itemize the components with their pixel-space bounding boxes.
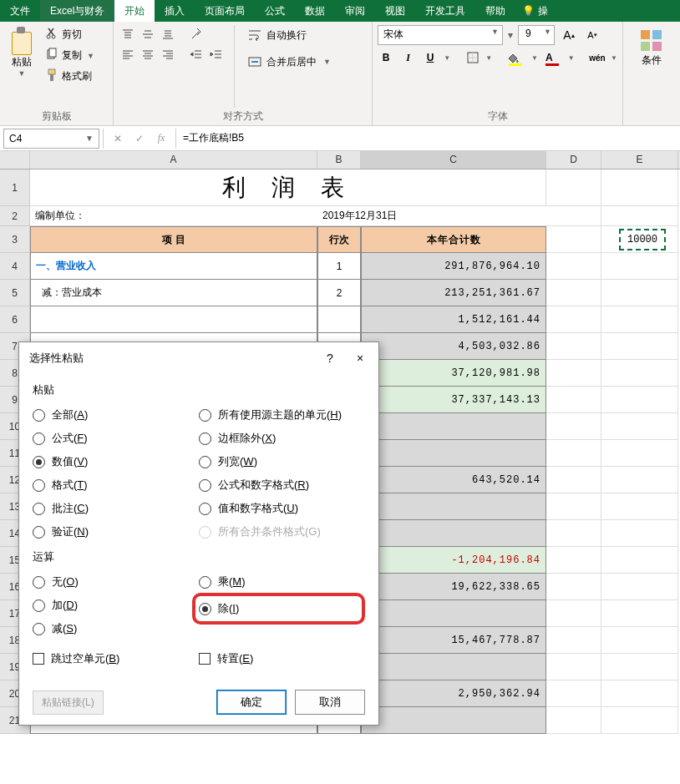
cell[interactable]: -1,204,196.84: [361, 547, 546, 574]
increase-indent[interactable]: [207, 45, 226, 63]
cell[interactable]: [546, 467, 601, 493]
cell[interactable]: [601, 520, 678, 547]
cell[interactable]: [601, 440, 678, 467]
cell[interactable]: [546, 680, 601, 707]
cell[interactable]: 4,503,032.86: [361, 333, 546, 360]
col-header-B[interactable]: B: [317, 151, 361, 169]
dialog-help-button[interactable]: ?: [322, 352, 338, 365]
cell[interactable]: [601, 360, 678, 387]
cell[interactable]: [546, 360, 601, 387]
align-middle[interactable]: [139, 25, 157, 43]
cut-button[interactable]: 剪切: [42, 25, 98, 44]
operation-radio[interactable]: 减(S): [33, 621, 199, 636]
fx-button[interactable]: fx: [152, 129, 170, 148]
header-seq[interactable]: 行次: [317, 226, 361, 253]
cell[interactable]: [361, 600, 546, 627]
cell[interactable]: 37,337,143.13: [361, 387, 546, 413]
row-header[interactable]: 6: [0, 306, 30, 333]
cell[interactable]: [546, 627, 601, 654]
cell[interactable]: [317, 306, 361, 333]
transpose-checkbox[interactable]: 转置(E): [199, 651, 365, 666]
increase-font[interactable]: A▴: [560, 26, 578, 44]
cell[interactable]: [361, 440, 546, 467]
cell[interactable]: 一、营业收入: [30, 253, 317, 280]
skip-blanks-checkbox[interactable]: 跳过空单元(B): [33, 651, 199, 666]
formula-input[interactable]: =工作底稿!B5: [176, 129, 680, 147]
cell[interactable]: 减：营业成本: [30, 280, 317, 306]
cell[interactable]: 10000: [601, 226, 678, 253]
cell[interactable]: [546, 547, 601, 574]
cell[interactable]: [361, 520, 546, 547]
cell[interactable]: [361, 707, 546, 734]
dialog-close-button[interactable]: ×: [352, 352, 368, 365]
cell[interactable]: [546, 520, 601, 547]
cancel-formula-button[interactable]: ✕: [109, 129, 127, 148]
cell[interactable]: [601, 333, 678, 360]
cell[interactable]: 15,467,778.87: [361, 627, 546, 654]
paste-radio[interactable]: 所有使用源主题的单元(H): [199, 407, 365, 422]
tell-me[interactable]: 💡 操: [515, 0, 555, 22]
paste-radio[interactable]: 格式(T): [33, 478, 199, 493]
merge-center-button[interactable]: 合并后居中▼: [243, 52, 336, 72]
conditional-format-button[interactable]: 条件: [628, 25, 675, 71]
align-bottom[interactable]: [159, 25, 177, 43]
paste-radio[interactable]: 边框除外(X): [199, 431, 365, 446]
cell[interactable]: [546, 387, 601, 413]
col-header-A[interactable]: A: [30, 151, 317, 169]
operation-radio[interactable]: 除(I): [199, 601, 239, 616]
cell[interactable]: [546, 654, 601, 680]
cell[interactable]: [601, 493, 678, 520]
col-header-E[interactable]: E: [601, 151, 678, 169]
row-header[interactable]: 2: [0, 206, 30, 226]
cell[interactable]: 1: [317, 253, 361, 280]
paste-radio[interactable]: 数值(V): [33, 454, 199, 469]
font-size-select[interactable]: 9▼: [518, 25, 555, 45]
cell[interactable]: [601, 680, 678, 707]
cell[interactable]: [601, 206, 678, 226]
cell[interactable]: [601, 306, 678, 333]
cell[interactable]: [601, 387, 678, 413]
col-header-D[interactable]: D: [546, 151, 601, 169]
cell[interactable]: 213,251,361.67: [361, 280, 546, 306]
header-total[interactable]: 本年合计数: [361, 226, 546, 253]
sheet-title[interactable]: 利 润 表: [30, 169, 546, 206]
align-left[interactable]: [119, 45, 137, 63]
font-name-select[interactable]: 宋体▼: [378, 25, 503, 45]
italic-button[interactable]: I: [399, 48, 416, 67]
menu-home[interactable]: 开始: [114, 0, 155, 22]
cell[interactable]: 2,950,362.94: [361, 680, 546, 707]
paste-radio[interactable]: 值和数字格式(U): [199, 501, 365, 516]
row-header[interactable]: 4: [0, 253, 30, 280]
decrease-indent[interactable]: [187, 45, 206, 63]
paste-link-button[interactable]: 粘贴链接(L): [33, 690, 104, 715]
cell[interactable]: [361, 654, 546, 680]
menu-page-layout[interactable]: 页面布局: [195, 0, 255, 22]
operation-radio[interactable]: 乘(M): [199, 574, 365, 589]
cell[interactable]: 19,622,338.65: [361, 574, 546, 600]
unit-label[interactable]: 编制单位：: [30, 206, 317, 226]
select-all-corner[interactable]: [0, 151, 30, 169]
bold-button[interactable]: B: [378, 48, 394, 67]
cell[interactable]: [361, 413, 546, 440]
wrap-text-button[interactable]: 自动换行: [243, 25, 336, 45]
cell[interactable]: 37,120,981.98: [361, 360, 546, 387]
cell[interactable]: [601, 547, 678, 574]
paste-button[interactable]: 粘贴 ▼: [5, 25, 38, 108]
cell[interactable]: [546, 226, 601, 253]
menu-file[interactable]: 文件: [0, 0, 40, 22]
cell[interactable]: [546, 206, 601, 226]
cell[interactable]: [601, 654, 678, 680]
operation-radio[interactable]: 无(O): [33, 574, 199, 589]
col-header-C[interactable]: C: [361, 151, 546, 169]
menu-insert[interactable]: 插入: [155, 0, 195, 22]
cell[interactable]: [601, 600, 678, 627]
cell[interactable]: [546, 306, 601, 333]
underline-button[interactable]: U: [422, 48, 439, 67]
paste-radio[interactable]: 公式和数字格式(R): [199, 478, 365, 493]
cell[interactable]: [546, 169, 601, 206]
cell[interactable]: [601, 280, 678, 306]
align-center[interactable]: [139, 45, 157, 63]
cell[interactable]: 2: [317, 280, 361, 306]
cell[interactable]: [546, 574, 601, 600]
cell[interactable]: [30, 306, 317, 333]
